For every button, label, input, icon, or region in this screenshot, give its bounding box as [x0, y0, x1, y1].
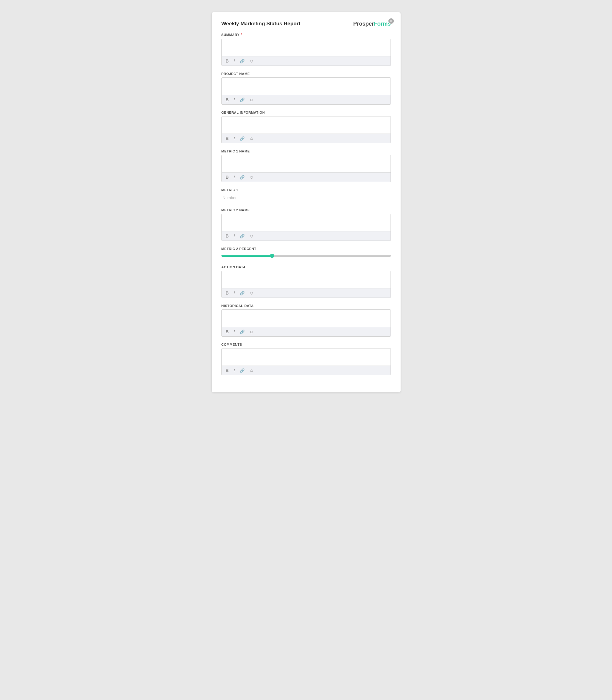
metric2-name-editor: B I 🔗 ☺: [221, 214, 391, 241]
summary-link-button[interactable]: 🔗: [239, 58, 246, 64]
metric2-name-italic-button[interactable]: I: [233, 233, 236, 239]
general-info-bold-button[interactable]: B: [225, 135, 230, 142]
action-data-link-button[interactable]: 🔗: [239, 290, 246, 296]
project-name-toolbar: B I 🔗 ☺: [222, 95, 391, 104]
project-name-input[interactable]: [222, 78, 391, 94]
slider-track: [221, 255, 391, 257]
historical-data-italic-button[interactable]: I: [233, 329, 236, 335]
action-data-bold-button[interactable]: B: [225, 290, 230, 296]
historical-data-link-button[interactable]: 🔗: [239, 329, 246, 335]
general-info-link-button[interactable]: 🔗: [239, 136, 246, 142]
comments-link-button[interactable]: 🔗: [239, 368, 246, 374]
comments-emoji-button[interactable]: ☺: [249, 367, 255, 374]
metric1-field-group: METRIC 1: [221, 188, 391, 202]
metric1-name-toolbar: B I 🔗 ☺: [222, 172, 391, 182]
metric2-name-bold-button[interactable]: B: [225, 233, 230, 239]
comments-toolbar: B I 🔗 ☺: [222, 365, 391, 375]
action-data-input[interactable]: [222, 271, 391, 287]
historical-data-field-group: HISTORICAL DATA B I 🔗 ☺: [221, 304, 391, 337]
metric1-name-field-group: METRIC 1 NAME B I 🔗 ☺: [221, 149, 391, 182]
summary-italic-button[interactable]: I: [233, 58, 236, 64]
metric1-name-italic-button[interactable]: I: [233, 174, 236, 180]
brand-logo: Prosper Forms ×: [353, 21, 391, 27]
metric1-label: METRIC 1: [221, 188, 391, 192]
project-name-field-group: PROJECT NAME B I 🔗 ☺: [221, 72, 391, 105]
metric1-name-emoji-button[interactable]: ☺: [249, 174, 255, 180]
historical-data-input[interactable]: [222, 310, 391, 326]
project-name-italic-button[interactable]: I: [233, 97, 236, 103]
general-info-italic-button[interactable]: I: [233, 135, 236, 142]
general-info-field-group: GENERAL INFORMATION B I 🔗 ☺: [221, 111, 391, 143]
historical-data-editor: B I 🔗 ☺: [221, 309, 391, 337]
general-info-input[interactable]: [222, 117, 391, 132]
metric2-name-label: METRIC 2 NAME: [221, 208, 391, 212]
historical-data-emoji-button[interactable]: ☺: [249, 329, 255, 335]
metric2-name-input[interactable]: [222, 214, 391, 230]
general-info-editor: B I 🔗 ☺: [221, 116, 391, 143]
brand-prosper: Prosper: [353, 21, 374, 27]
metric2-name-field-group: METRIC 2 NAME B I 🔗 ☺: [221, 208, 391, 241]
metric2-percent-field-group: METRIC 2 PERCENT: [221, 247, 391, 259]
historical-data-label: HISTORICAL DATA: [221, 304, 391, 308]
action-data-label: ACTION DATA: [221, 265, 391, 269]
form-header: Weekly Marketing Status Report Prosper F…: [221, 21, 391, 27]
action-data-field-group: ACTION DATA B I 🔗 ☺: [221, 265, 391, 298]
summary-label: SUMMARY *: [221, 32, 391, 37]
metric1-number-input[interactable]: [221, 193, 269, 202]
comments-italic-button[interactable]: I: [233, 367, 236, 374]
metric2-name-emoji-button[interactable]: ☺: [249, 233, 255, 239]
comments-editor: B I 🔗 ☺: [221, 348, 391, 375]
metric1-name-editor: B I 🔗 ☺: [221, 155, 391, 182]
metric2-percent-label: METRIC 2 PERCENT: [221, 247, 391, 251]
close-button[interactable]: ×: [388, 18, 394, 24]
metric1-number-wrapper: [221, 193, 391, 202]
project-name-label: PROJECT NAME: [221, 72, 391, 76]
comments-label: COMMENTS: [221, 343, 391, 346]
comments-input[interactable]: [222, 349, 391, 364]
metric2-name-toolbar: B I 🔗 ☺: [222, 231, 391, 241]
metric1-name-input[interactable]: [222, 155, 391, 171]
historical-data-bold-button[interactable]: B: [225, 329, 230, 335]
summary-bold-button[interactable]: B: [225, 58, 230, 64]
metric2-name-link-button[interactable]: 🔗: [239, 233, 246, 239]
action-data-toolbar: B I 🔗 ☺: [222, 288, 391, 298]
action-data-emoji-button[interactable]: ☺: [249, 290, 255, 296]
comments-field-group: COMMENTS B I 🔗 ☺: [221, 343, 391, 375]
required-asterisk: *: [241, 32, 242, 37]
project-name-link-button[interactable]: 🔗: [239, 97, 246, 103]
summary-input[interactable]: [222, 39, 391, 55]
project-name-bold-button[interactable]: B: [225, 97, 230, 103]
general-info-emoji-button[interactable]: ☺: [249, 135, 255, 142]
summary-toolbar: B I 🔗 ☺: [222, 56, 391, 66]
action-data-editor: B I 🔗 ☺: [221, 271, 391, 298]
project-name-emoji-button[interactable]: ☺: [249, 97, 255, 103]
action-data-italic-button[interactable]: I: [233, 290, 236, 296]
comments-bold-button[interactable]: B: [225, 367, 230, 374]
metric1-name-label: METRIC 1 NAME: [221, 149, 391, 153]
metric1-name-bold-button[interactable]: B: [225, 174, 230, 180]
project-name-editor: B I 🔗 ☺: [221, 78, 391, 105]
form-title: Weekly Marketing Status Report: [221, 21, 300, 27]
historical-data-toolbar: B I 🔗 ☺: [222, 327, 391, 336]
general-info-label: GENERAL INFORMATION: [221, 111, 391, 114]
metric1-name-link-button[interactable]: 🔗: [239, 174, 246, 180]
summary-editor: B I 🔗 ☺: [221, 39, 391, 66]
brand-forms: Forms: [374, 21, 391, 27]
summary-emoji-button[interactable]: ☺: [249, 58, 255, 64]
form-container: Weekly Marketing Status Report Prosper F…: [212, 12, 401, 392]
general-info-toolbar: B I 🔗 ☺: [222, 134, 391, 143]
summary-field-group: SUMMARY * B I 🔗 ☺: [221, 32, 391, 66]
metric2-percent-slider-container: [221, 253, 391, 259]
